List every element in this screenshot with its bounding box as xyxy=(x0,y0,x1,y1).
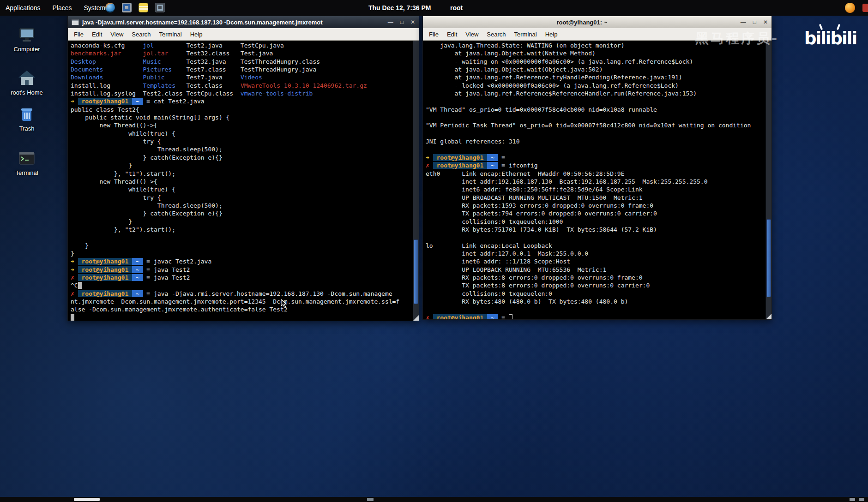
terminal-line: }, "t2").start(); xyxy=(71,226,413,233)
resize-grip[interactable] xyxy=(413,315,419,321)
minimize-button[interactable]: — xyxy=(741,19,746,25)
terminal-line: "VM Periodic Task Thread" os_prio=0 tid=… xyxy=(426,121,766,129)
terminal-line: UP LOOPBACK RUNNING MTU:65536 Metric:1 xyxy=(426,266,766,274)
display-icon[interactable] xyxy=(122,3,132,12)
menu-terminal[interactable]: Terminal xyxy=(155,29,186,40)
terminal-output[interactable]: anaconda-ks.cfg jol Test2.java TestCpu.j… xyxy=(68,41,413,321)
bilibili-logo: bilibili xyxy=(804,29,856,48)
computer-icon xyxy=(18,26,36,44)
maximize-button[interactable]: □ xyxy=(400,19,404,25)
panel-clock[interactable]: Thu Dec 12, 7:36 PM xyxy=(368,0,431,16)
bilibili-logo-text: bilibili xyxy=(804,29,856,48)
terminal-text: Test7.class TestThreadHungry.java xyxy=(172,66,316,73)
resize-grip[interactable] xyxy=(766,314,772,319)
terminal-line: RX bytes:751701 (734.0 KiB) TX bytes:586… xyxy=(426,226,766,233)
trash-icon xyxy=(18,105,36,124)
taskbar-center-icon[interactable] xyxy=(367,498,374,501)
desktop-icon-terminal[interactable]: Terminal xyxy=(8,149,45,176)
terminal-line: while(true) { xyxy=(71,185,413,193)
menu-edit[interactable]: Edit xyxy=(443,29,461,40)
terminal-line xyxy=(426,305,766,313)
scrollbar[interactable] xyxy=(766,41,772,319)
taskbar-item[interactable] xyxy=(74,498,100,501)
scrollbar-thumb[interactable] xyxy=(766,219,771,297)
terminal-text xyxy=(96,58,143,65)
desktop-icon-label: Computer xyxy=(13,46,40,53)
firefox-icon[interactable] xyxy=(105,3,115,12)
terminal-line: inet addr:192.168.187.130 Bcast:192.168.… xyxy=(426,178,766,185)
menu-file[interactable]: File xyxy=(425,29,443,40)
menu-help[interactable]: Help xyxy=(186,29,207,40)
terminal-line: inet6 addr: ::1/128 Scope:Host xyxy=(426,257,766,265)
menu-view[interactable]: View xyxy=(106,29,127,40)
desktop-icon-home[interactable]: root's Home xyxy=(8,69,45,96)
minimize-button[interactable]: — xyxy=(388,19,393,25)
terminal-line: at java.lang.Object.wait(Object.java:502… xyxy=(426,66,766,73)
desktop-icon-computer[interactable]: Computer xyxy=(8,26,45,53)
prompt-separator-icon: ≡ xyxy=(143,258,154,265)
scrollbar-thumb[interactable] xyxy=(414,239,418,304)
panel-corner-icon[interactable] xyxy=(862,4,868,12)
prompt-status-icon: ✗ xyxy=(71,290,78,297)
terminal-line: ✗ root@yihang01 ~ ≡ xyxy=(426,314,766,319)
prompt-dir: ~ xyxy=(132,290,143,297)
menu-system[interactable]: System xyxy=(84,4,106,12)
menu-search[interactable]: Search xyxy=(127,29,155,40)
terminal-text: Test32.class Test.java xyxy=(168,50,273,57)
terminal-line xyxy=(426,130,766,137)
menu-edit[interactable]: Edit xyxy=(88,29,106,40)
terminal-line: ➜ root@yihang01 ~ ≡ java Test2 xyxy=(71,266,413,274)
window-icon xyxy=(72,19,79,25)
menu-file[interactable]: File xyxy=(70,29,88,40)
close-button[interactable]: ✕ xyxy=(763,19,768,25)
terminal-cursor xyxy=(509,314,512,319)
terminal-text: Pictures xyxy=(143,66,172,73)
desktop-icon-trash[interactable]: Trash xyxy=(8,105,45,132)
desktop-icon-label: Trash xyxy=(19,125,35,132)
taskbar-trash-icon[interactable] xyxy=(859,498,864,501)
terminal-output[interactable]: java.lang.Thread.State: WAITING (on obje… xyxy=(423,41,766,319)
prompt-status-icon: ➜ xyxy=(71,266,78,273)
notification-icon[interactable] xyxy=(845,3,855,13)
terminal-text: Test.class xyxy=(175,82,241,89)
menu-places[interactable]: Places xyxy=(53,4,72,12)
maximize-button[interactable]: □ xyxy=(753,19,756,25)
terminal-line: inet addr:127.0.0.1 Mask:255.0.0.0 xyxy=(426,250,766,257)
menu-help[interactable]: Help xyxy=(541,29,562,40)
window-controls: — □ ✕ xyxy=(388,19,415,25)
close-button[interactable]: ✕ xyxy=(410,19,415,25)
terminal-text: VMwareTools-10.3.10-12406962.tar.gz xyxy=(241,82,367,89)
terminal-line: inet6 addr: fe80::250:56ff:fe28:5d9e/64 … xyxy=(426,185,766,193)
workspace-switcher-icon[interactable] xyxy=(850,498,855,501)
panel-menus: Applications Places System xyxy=(6,0,105,16)
terminal-text: Test32.java TestThreadHungry.class xyxy=(161,58,320,65)
prompt-separator-icon: ≡ xyxy=(143,274,154,281)
prompt-status-icon: ✗ xyxy=(426,162,433,169)
terminal-line: ✗ root@yihang01 ~ ≡ java Test2 xyxy=(71,274,413,281)
menu-applications[interactable]: Applications xyxy=(6,4,41,12)
prompt-dir: ~ xyxy=(487,314,498,319)
scrollbar[interactable] xyxy=(413,41,419,321)
terminal-line: public static void main(String[] args) { xyxy=(71,114,413,121)
prompt-status-icon: ✗ xyxy=(71,274,78,281)
titlebar[interactable]: root@yihang01: ~ — □ ✕ xyxy=(423,16,772,28)
prompt-command: java Test2 xyxy=(154,266,190,273)
terminal-line xyxy=(426,233,766,241)
menu-view[interactable]: View xyxy=(461,29,482,40)
menu-search[interactable]: Search xyxy=(482,29,510,40)
terminal-line: JNI global references: 310 xyxy=(426,137,766,145)
terminal-line: RX packets:1593 errors:0 dropped:0 overr… xyxy=(426,202,766,209)
panel-user-label: root xyxy=(450,0,463,16)
prompt-user: root@yihang01 xyxy=(433,314,487,319)
menu-terminal[interactable]: Terminal xyxy=(510,29,541,40)
terminal-line: at java.lang.ref.Reference$ReferenceHand… xyxy=(426,90,766,97)
prompt-user: root@yihang01 xyxy=(78,258,132,265)
terminal-line: try { xyxy=(71,194,413,202)
titlebar[interactable]: java -Djava.rmi.server.hostname=192.168.… xyxy=(68,16,419,28)
terminal-line: ➜ root@yihang01 ~ ≡ cat Test2.java xyxy=(71,97,413,105)
terminal-line: ➜ root@yihang01 ~ ≡ javac Test2.java xyxy=(71,257,413,265)
prompt-user: root@yihang01 xyxy=(433,162,487,169)
terminal-window-right: root@yihang01: ~ — □ ✕ File Edit View Se… xyxy=(422,16,772,320)
notes-icon[interactable] xyxy=(139,3,148,12)
screenshot-icon[interactable] xyxy=(155,3,165,12)
